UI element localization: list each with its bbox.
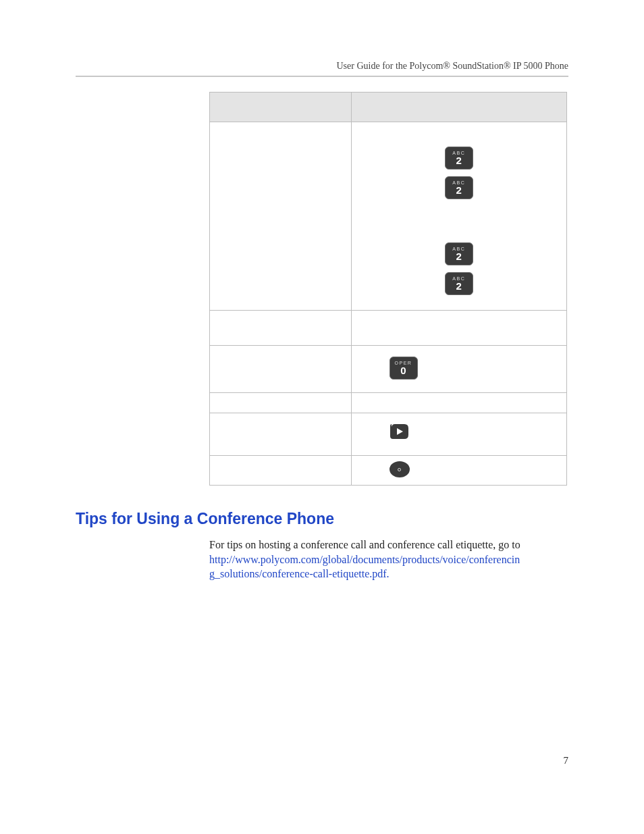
key-2-abc: ABC 2 [445, 176, 473, 199]
table-row [210, 413, 567, 456]
table-cell-left [210, 311, 352, 346]
select-button-icon [390, 461, 410, 477]
body-paragraph: For tips on hosting a conference call an… [209, 538, 568, 581]
key-main: 2 [456, 251, 462, 261]
reference-table: ABC 2 ABC 2 ABC 2 [209, 92, 568, 486]
etiquette-link[interactable]: http://www.polycom.com/global/documents/… [209, 554, 520, 580]
key-main: 0 [400, 365, 406, 375]
table-cell-right [351, 311, 567, 346]
table-cell-left [210, 122, 352, 311]
table-row [210, 456, 567, 486]
table-cell-right: OPER 0 [351, 346, 567, 393]
key-0-oper: OPER 0 [390, 357, 418, 380]
section-heading: Tips for Using a Conference Phone [76, 510, 568, 528]
table-cell-right [351, 456, 567, 486]
body-text: For tips on hosting a conference call an… [209, 539, 520, 550]
table-row [210, 393, 567, 413]
table-cell-left [210, 346, 352, 393]
table-row: OPER 0 [210, 346, 567, 393]
table-cell-left [210, 393, 352, 413]
table-cell-right: ABC 2 ABC 2 ABC 2 [351, 122, 567, 311]
table-header-left [210, 93, 352, 122]
key-2-abc: ABC 2 [445, 242, 473, 265]
table-cell-right [351, 393, 567, 413]
table-cell-right [351, 413, 567, 456]
page-number: 7 [564, 755, 569, 766]
key-main: 2 [456, 155, 462, 165]
table-cell-left [210, 456, 352, 486]
table-header-right [351, 93, 567, 122]
key-main: 2 [456, 281, 462, 291]
key-main: 2 [456, 185, 462, 195]
table-header-row [210, 93, 567, 122]
table-cell-left [210, 413, 352, 456]
key-2-abc: ABC 2 [445, 272, 473, 295]
header-rule [76, 76, 568, 77]
key-2-abc: ABC 2 [445, 147, 473, 170]
link-text-line1: http://www.polycom.com/global/documents/… [209, 554, 520, 565]
table-row [210, 311, 567, 346]
link-text-line2: g_solutions/conference-call-etiquette.pd… [209, 568, 390, 579]
speech-play-icon [390, 434, 410, 445]
table-row: ABC 2 ABC 2 ABC 2 [210, 122, 567, 311]
running-header: User Guide for the Polycom® SoundStation… [76, 61, 568, 76]
